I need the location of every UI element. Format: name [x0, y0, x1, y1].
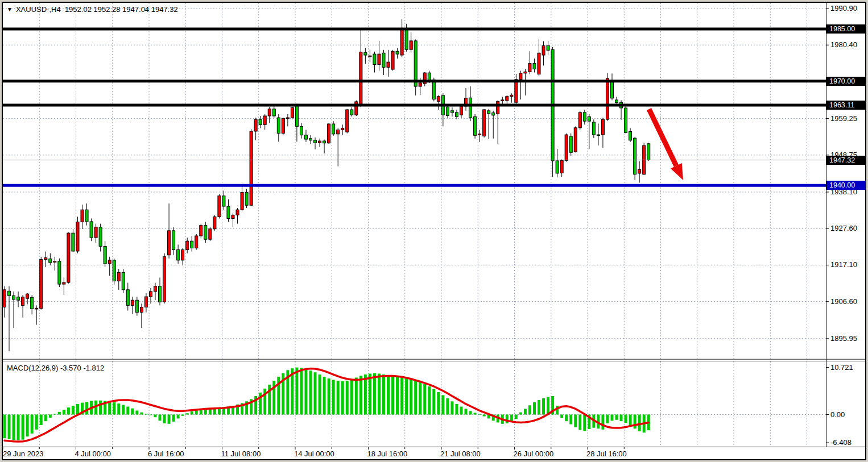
time-axis-label: 29 Jun 2023: [3, 449, 44, 458]
time-axis-label: 6 Jul 16:00: [148, 449, 184, 458]
level-price-badge: 1970.00: [826, 77, 866, 86]
time-axis-label: 21 Jul 08:00: [440, 449, 481, 458]
time-axis-label: 18 Jul 16:00: [367, 449, 408, 458]
macd-axis-label: -6.408: [830, 438, 852, 447]
ohlc-readout: 1952.02 1952.28 1947.04 1947.32: [65, 5, 178, 14]
macd-indicator-label: MACD(12,26,9) -3.570 -1.812: [7, 364, 104, 372]
level-price-badge: 1963.11: [826, 101, 866, 110]
price-axis-label: 1980.40: [830, 40, 857, 49]
price-axis-label: 1927.60: [830, 224, 857, 232]
time-axis-label: 4 Jul 00:00: [75, 449, 111, 458]
price-axis-label: 1917.10: [830, 260, 857, 269]
price-axis-label: 1906.60: [830, 297, 857, 306]
chart-title: ▼XAUUSD-,H4 1952.02 1952.28 1947.04 1947…: [7, 5, 178, 14]
macd-axis-label: 10.721: [830, 363, 853, 372]
price-axis-label: 1959.25: [830, 114, 857, 123]
macd-axis-label: 0.00: [830, 410, 845, 419]
symbol-period-label: XAUUSD-,H4: [16, 5, 61, 14]
symbol-marker-icon: ▼: [7, 6, 13, 13]
level-price-badge: 1940.00: [826, 181, 866, 190]
chart-window: 1990.901980.401959.251948.751938.101927.…: [0, 0, 868, 462]
price-chart-canvas[interactable]: [0, 0, 868, 462]
time-axis-label: 28 Jul 16:00: [586, 449, 627, 458]
price-axis-label: 1990.90: [830, 4, 857, 13]
level-price-badge: 1985.00: [826, 24, 866, 34]
current-price-badge: 1947.32: [826, 156, 866, 165]
time-axis-label: 11 Jul 08:00: [221, 449, 261, 458]
time-axis-label: 14 Jul 00:00: [294, 449, 334, 458]
time-axis-label: 26 Jul 00:00: [514, 449, 554, 458]
price-axis-label: 1895.95: [830, 334, 857, 343]
